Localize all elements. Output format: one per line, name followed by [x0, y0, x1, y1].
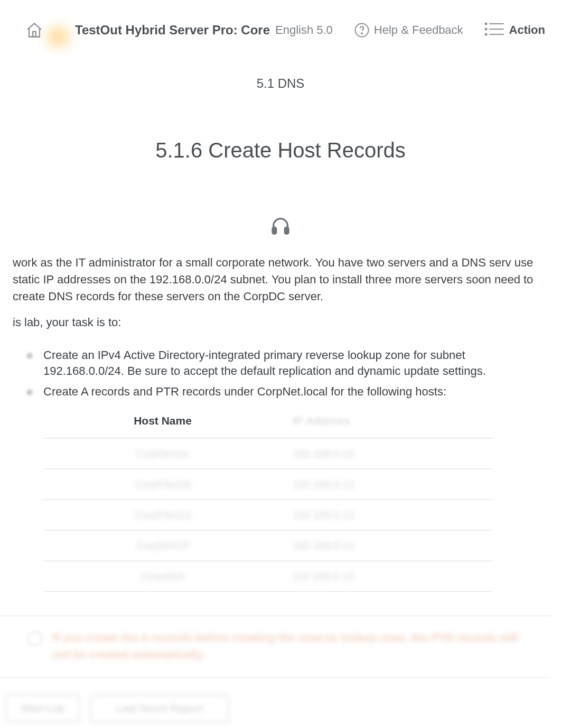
cell-host: CorpWeb — [43, 561, 282, 592]
action-menu[interactable]: Action — [509, 23, 545, 37]
svg-rect-9 — [273, 227, 276, 234]
svg-point-2 — [361, 33, 362, 34]
list-item-text: Create A records and PTR records under C… — [43, 385, 446, 398]
table-row: CorpFiles16 192.168.0.12 — [43, 469, 492, 500]
course-version: English 5.0 — [275, 23, 333, 37]
cell-host: CorpFiles12 — [43, 500, 282, 530]
info-icon — [27, 631, 42, 646]
table-row: CorpFiles12 192.168.0.13 — [43, 500, 492, 530]
table-header-host: Host Name — [43, 408, 282, 438]
home-icon[interactable] — [25, 21, 43, 39]
page-title: 5.1.6 Create Host Records — [0, 139, 561, 162]
task-lead: is lab, your task is to: — [0, 305, 561, 329]
svg-point-3 — [485, 23, 487, 25]
section-number: 5.1 DNS — [0, 76, 561, 91]
table-header-ip: IP Address — [282, 408, 492, 438]
table-row: CorpDHCP 192.168.0.14 — [43, 530, 492, 561]
app-header: TestOut Hybrid Server Pro: Core English … — [0, 0, 561, 44]
list-icon[interactable] — [484, 21, 504, 39]
button-row: Start Lab Last Score Report — [5, 694, 561, 723]
start-lab-button[interactable]: Start Lab — [5, 694, 80, 723]
list-item: Create an IPv4 Active Directory-integrat… — [26, 345, 561, 382]
note-box: If you create the A records before creat… — [0, 615, 550, 678]
svg-rect-10 — [285, 227, 288, 234]
cell-ip: 192.168.0.12 — [282, 469, 492, 500]
intro-text: work as the IT administrator for a small… — [0, 238, 561, 305]
svg-point-5 — [485, 29, 487, 30]
table-row: CorpWeb 192.168.0.15 — [43, 561, 492, 592]
note-text: If you create the A records before creat… — [53, 629, 529, 662]
svg-point-7 — [485, 34, 487, 35]
cell-ip: 192.168.0.10 — [282, 438, 492, 469]
cell-ip: 192.168.0.14 — [282, 530, 492, 561]
cell-ip: 192.168.0.13 — [282, 500, 492, 530]
cell-ip: 192.168.0.15 — [282, 561, 492, 592]
svg-rect-0 — [33, 32, 36, 37]
table-row: CorpServer 192.168.0.10 — [43, 438, 492, 469]
list-item: Create A records and PTR records under C… — [26, 382, 561, 594]
task-list: Create an IPv4 Active Directory-integrat… — [26, 345, 561, 595]
help-label: Help & Feedback — [374, 23, 463, 37]
course-title: TestOut Hybrid Server Pro: Core — [75, 23, 270, 38]
last-score-button[interactable]: Last Score Report — [90, 694, 229, 723]
host-table: Host Name IP Address CorpServer 192.168.… — [43, 408, 492, 592]
help-feedback-link[interactable]: Help & Feedback — [354, 22, 463, 38]
cell-host: CorpServer — [43, 438, 282, 469]
cell-host: CorpDHCP — [43, 530, 282, 561]
headphones-icon[interactable] — [0, 215, 561, 238]
cell-host: CorpFiles16 — [43, 469, 282, 500]
help-icon — [354, 22, 370, 38]
